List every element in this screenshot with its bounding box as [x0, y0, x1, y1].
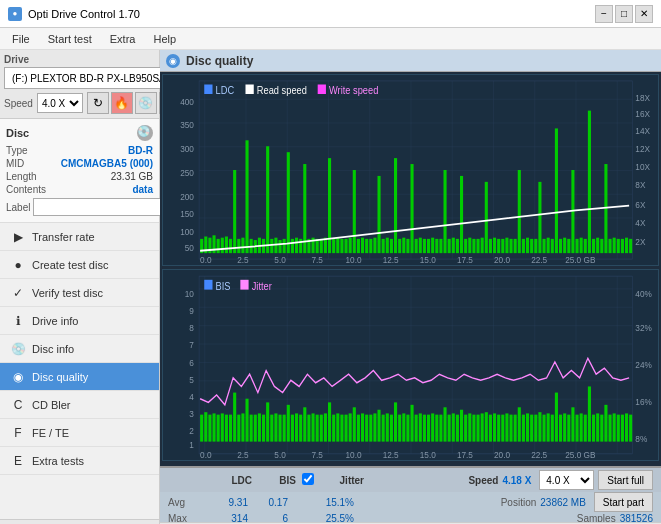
- disc-quality-title: Disc quality: [186, 54, 253, 68]
- menu-extra[interactable]: Extra: [102, 31, 144, 47]
- svg-text:150: 150: [180, 209, 194, 220]
- svg-rect-33: [233, 170, 236, 253]
- read-button[interactable]: 💿: [135, 92, 157, 114]
- svg-rect-253: [576, 415, 579, 442]
- svg-text:2: 2: [189, 426, 194, 437]
- nav-create-test-disc[interactable]: ● Create test disc: [0, 251, 159, 279]
- svg-rect-106: [534, 239, 537, 253]
- disc-icon[interactable]: 💿: [137, 125, 153, 141]
- svg-rect-203: [369, 415, 372, 442]
- maximize-button[interactable]: □: [615, 5, 633, 23]
- svg-rect-166: [217, 415, 220, 442]
- svg-rect-61: [349, 238, 352, 253]
- nav-extra-tests[interactable]: E Extra tests: [0, 447, 159, 475]
- menu-starttest[interactable]: Start test: [40, 31, 100, 47]
- svg-rect-120: [592, 239, 595, 253]
- svg-rect-215: [419, 413, 422, 441]
- speed-select-stats[interactable]: 4.0 X: [539, 470, 594, 490]
- svg-rect-231: [485, 412, 488, 441]
- svg-rect-236: [505, 413, 508, 441]
- svg-rect-62: [353, 170, 356, 253]
- disc-quality-icon: ◉: [10, 369, 26, 385]
- svg-rect-36: [246, 140, 249, 253]
- svg-rect-103: [522, 239, 525, 253]
- disc-length-row: Length 23.31 GB: [6, 171, 153, 182]
- svg-rect-109: [547, 238, 550, 253]
- nav-disc-quality[interactable]: ◉ Disc quality: [0, 363, 159, 391]
- svg-rect-246: [547, 413, 550, 441]
- svg-rect-73: [398, 239, 401, 253]
- svg-rect-266: [629, 415, 632, 442]
- disc-label-input[interactable]: [33, 198, 168, 216]
- svg-text:350: 350: [180, 120, 194, 131]
- disc-section-title: Disc: [6, 127, 29, 139]
- bis-chart: BIS Jitter 10 9 8 7 6 5 4 3 2 1 40%: [162, 269, 659, 461]
- svg-rect-116: [576, 239, 579, 253]
- svg-rect-192: [324, 413, 327, 441]
- svg-text:LDC: LDC: [216, 84, 235, 96]
- drive-label: Drive: [4, 54, 155, 65]
- svg-rect-232: [489, 415, 492, 442]
- ldc-chart: LDC Read speed Write speed 400 350 300 2…: [162, 74, 659, 266]
- svg-text:Jitter: Jitter: [252, 280, 273, 292]
- close-button[interactable]: ✕: [635, 5, 653, 23]
- nav-fe-te[interactable]: F FE / TE: [0, 419, 159, 447]
- menu-help[interactable]: Help: [145, 31, 184, 47]
- svg-rect-220: [439, 415, 442, 442]
- svg-rect-193: [328, 402, 331, 441]
- svg-rect-247: [551, 415, 554, 442]
- svg-text:17.5: 17.5: [457, 254, 473, 265]
- menu-file[interactable]: File: [4, 31, 38, 47]
- svg-rect-117: [580, 238, 583, 253]
- svg-rect-68: [378, 176, 381, 253]
- nav-verify-test-disc[interactable]: ✓ Verify test disc: [0, 279, 159, 307]
- svg-rect-79: [423, 239, 426, 253]
- svg-rect-195: [336, 413, 339, 441]
- stats-column-headers: LDC BIS Jitter Speed 4.18 X 4.0 X Start …: [160, 467, 661, 492]
- ldc-header: LDC: [206, 475, 258, 486]
- svg-text:10.0: 10.0: [346, 254, 362, 265]
- svg-rect-48: [295, 238, 298, 253]
- refresh-button[interactable]: ↻: [87, 92, 109, 114]
- svg-text:7.5: 7.5: [312, 449, 323, 460]
- svg-text:4X: 4X: [635, 217, 645, 228]
- speed-dropdown[interactable]: 4.0 X: [37, 93, 83, 113]
- svg-text:3: 3: [189, 408, 194, 419]
- svg-rect-112: [559, 239, 562, 253]
- svg-rect-87: [456, 239, 459, 253]
- svg-rect-182: [283, 415, 286, 442]
- svg-rect-129: [629, 239, 632, 253]
- minimize-button[interactable]: −: [595, 5, 613, 23]
- svg-text:50: 50: [185, 242, 194, 253]
- speed-header-label: Speed: [468, 475, 498, 486]
- svg-rect-170: [233, 393, 236, 442]
- titlebar-left: ● Opti Drive Control 1.70: [8, 7, 140, 21]
- disc-contents-row: Contents data: [6, 184, 153, 195]
- svg-rect-30: [221, 238, 224, 253]
- svg-rect-259: [600, 415, 603, 442]
- svg-rect-95: [489, 239, 492, 253]
- nav-transfer-rate[interactable]: ▶ Transfer rate: [0, 223, 159, 251]
- nav-cd-bler[interactable]: C CD Bler: [0, 391, 159, 419]
- svg-rect-241: [526, 413, 529, 441]
- svg-text:7: 7: [189, 340, 194, 351]
- status-window[interactable]: Status window >>: [0, 519, 159, 524]
- svg-rect-252: [571, 407, 574, 441]
- svg-rect-176: [258, 413, 261, 441]
- svg-rect-265: [625, 413, 628, 441]
- disc-quality-section-icon: ◉: [166, 54, 180, 68]
- nav-disc-info[interactable]: 💿 Disc info: [0, 335, 159, 363]
- svg-text:0.0: 0.0: [200, 449, 211, 460]
- svg-rect-72: [394, 158, 397, 253]
- svg-rect-243: [534, 415, 537, 442]
- svg-text:12.5: 12.5: [383, 254, 399, 265]
- svg-rect-96: [493, 238, 496, 253]
- burn-button[interactable]: 🔥: [111, 92, 133, 114]
- svg-rect-194: [332, 415, 335, 442]
- nav-drive-info[interactable]: ℹ Drive info: [0, 307, 159, 335]
- start-part-button[interactable]: Start part: [594, 492, 653, 512]
- svg-rect-229: [477, 415, 480, 442]
- jitter-checkbox[interactable]: [302, 473, 314, 485]
- start-full-button[interactable]: Start full: [598, 470, 653, 490]
- svg-rect-93: [481, 238, 484, 253]
